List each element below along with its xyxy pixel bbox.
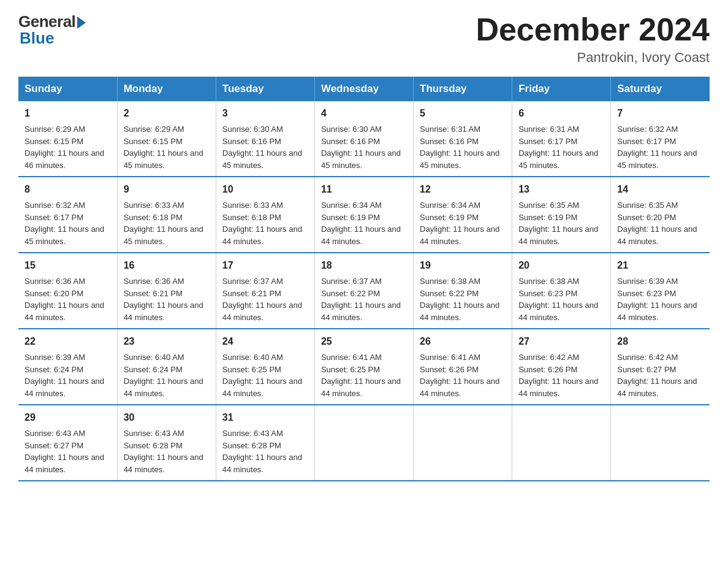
day-info: Sunrise: 6:30 AMSunset: 6:16 PMDaylight:… <box>321 123 407 171</box>
day-info: Sunrise: 6:29 AMSunset: 6:15 PMDaylight:… <box>25 123 111 171</box>
day-number: 10 <box>222 182 308 197</box>
day-number: 23 <box>124 334 210 349</box>
day-cell: 8Sunrise: 6:32 AMSunset: 6:17 PMDaylight… <box>18 177 117 253</box>
day-info: Sunrise: 6:38 AMSunset: 6:22 PMDaylight:… <box>420 275 506 323</box>
day-info: Sunrise: 6:32 AMSunset: 6:17 PMDaylight:… <box>617 123 703 171</box>
day-cell: 17Sunrise: 6:37 AMSunset: 6:21 PMDayligh… <box>216 253 314 329</box>
day-number: 21 <box>617 258 703 273</box>
day-number: 29 <box>25 410 111 425</box>
day-info: Sunrise: 6:31 AMSunset: 6:17 PMDaylight:… <box>518 123 604 171</box>
day-number: 19 <box>420 258 506 273</box>
day-number: 14 <box>617 182 703 197</box>
week-row-2: 8Sunrise: 6:32 AMSunset: 6:17 PMDaylight… <box>18 177 710 253</box>
day-info: Sunrise: 6:42 AMSunset: 6:27 PMDaylight:… <box>617 351 703 399</box>
day-cell: 23Sunrise: 6:40 AMSunset: 6:24 PMDayligh… <box>117 329 216 405</box>
day-cell: 13Sunrise: 6:35 AMSunset: 6:19 PMDayligh… <box>512 177 611 253</box>
day-info: Sunrise: 6:40 AMSunset: 6:25 PMDaylight:… <box>222 351 308 399</box>
day-info: Sunrise: 6:40 AMSunset: 6:24 PMDaylight:… <box>124 351 210 399</box>
calendar-table: SundayMondayTuesdayWednesdayThursdayFrid… <box>18 77 710 481</box>
day-number: 20 <box>518 258 604 273</box>
day-info: Sunrise: 6:32 AMSunset: 6:17 PMDaylight:… <box>25 199 111 247</box>
day-info: Sunrise: 6:43 AMSunset: 6:28 PMDaylight:… <box>222 427 308 475</box>
logo-arrow-icon <box>77 17 86 29</box>
day-number: 17 <box>222 258 308 273</box>
day-info: Sunrise: 6:35 AMSunset: 6:20 PMDaylight:… <box>617 199 703 247</box>
day-number: 13 <box>518 182 604 197</box>
day-number: 15 <box>25 258 111 273</box>
day-info: Sunrise: 6:39 AMSunset: 6:24 PMDaylight:… <box>25 351 111 399</box>
day-info: Sunrise: 6:33 AMSunset: 6:18 PMDaylight:… <box>222 199 308 247</box>
day-number: 11 <box>321 182 407 197</box>
day-cell: 4Sunrise: 6:30 AMSunset: 6:16 PMDaylight… <box>314 101 413 177</box>
day-info: Sunrise: 6:39 AMSunset: 6:23 PMDaylight:… <box>617 275 703 323</box>
day-number: 16 <box>124 258 210 273</box>
day-cell: 14Sunrise: 6:35 AMSunset: 6:20 PMDayligh… <box>611 177 710 253</box>
month-title: December 2024 <box>476 12 710 47</box>
day-cell: 2Sunrise: 6:29 AMSunset: 6:15 PMDaylight… <box>117 101 216 177</box>
day-cell: 21Sunrise: 6:39 AMSunset: 6:23 PMDayligh… <box>611 253 710 329</box>
day-number: 27 <box>518 334 604 349</box>
day-cell: 28Sunrise: 6:42 AMSunset: 6:27 PMDayligh… <box>611 329 710 405</box>
day-info: Sunrise: 6:33 AMSunset: 6:18 PMDaylight:… <box>124 199 210 247</box>
day-cell: 11Sunrise: 6:34 AMSunset: 6:19 PMDayligh… <box>314 177 413 253</box>
day-number: 5 <box>420 106 506 121</box>
logo-blue-text: Blue <box>20 29 54 48</box>
weekday-header-row: SundayMondayTuesdayWednesdayThursdayFrid… <box>18 77 710 101</box>
day-cell: 26Sunrise: 6:41 AMSunset: 6:26 PMDayligh… <box>414 329 512 405</box>
day-info: Sunrise: 6:34 AMSunset: 6:19 PMDaylight:… <box>420 199 506 247</box>
day-info: Sunrise: 6:34 AMSunset: 6:19 PMDaylight:… <box>321 199 407 247</box>
weekday-header-thursday: Thursday <box>414 77 512 101</box>
day-cell: 6Sunrise: 6:31 AMSunset: 6:17 PMDaylight… <box>512 101 611 177</box>
day-info: Sunrise: 6:30 AMSunset: 6:16 PMDaylight:… <box>222 123 308 171</box>
day-info: Sunrise: 6:35 AMSunset: 6:19 PMDaylight:… <box>518 199 604 247</box>
day-cell: 7Sunrise: 6:32 AMSunset: 6:17 PMDaylight… <box>611 101 710 177</box>
day-cell: 24Sunrise: 6:40 AMSunset: 6:25 PMDayligh… <box>216 329 314 405</box>
day-cell: 18Sunrise: 6:37 AMSunset: 6:22 PMDayligh… <box>314 253 413 329</box>
day-number: 7 <box>617 106 703 121</box>
day-cell: 15Sunrise: 6:36 AMSunset: 6:20 PMDayligh… <box>18 253 117 329</box>
day-cell: 5Sunrise: 6:31 AMSunset: 6:16 PMDaylight… <box>414 101 512 177</box>
day-cell <box>512 405 611 481</box>
day-cell: 16Sunrise: 6:36 AMSunset: 6:21 PMDayligh… <box>117 253 216 329</box>
day-cell <box>314 405 413 481</box>
weekday-header-tuesday: Tuesday <box>216 77 314 101</box>
day-number: 28 <box>617 334 703 349</box>
day-cell: 27Sunrise: 6:42 AMSunset: 6:26 PMDayligh… <box>512 329 611 405</box>
day-number: 2 <box>124 106 210 121</box>
day-cell: 19Sunrise: 6:38 AMSunset: 6:22 PMDayligh… <box>414 253 512 329</box>
day-info: Sunrise: 6:43 AMSunset: 6:27 PMDaylight:… <box>25 427 111 475</box>
day-number: 18 <box>321 258 407 273</box>
week-row-3: 15Sunrise: 6:36 AMSunset: 6:20 PMDayligh… <box>18 253 710 329</box>
day-number: 6 <box>518 106 604 121</box>
day-cell: 1Sunrise: 6:29 AMSunset: 6:15 PMDaylight… <box>18 101 117 177</box>
day-number: 25 <box>321 334 407 349</box>
day-cell: 10Sunrise: 6:33 AMSunset: 6:18 PMDayligh… <box>216 177 314 253</box>
day-number: 30 <box>124 410 210 425</box>
day-cell <box>414 405 512 481</box>
day-info: Sunrise: 6:36 AMSunset: 6:20 PMDaylight:… <box>25 275 111 323</box>
day-cell: 29Sunrise: 6:43 AMSunset: 6:27 PMDayligh… <box>18 405 117 481</box>
week-row-5: 29Sunrise: 6:43 AMSunset: 6:27 PMDayligh… <box>18 405 710 481</box>
day-cell: 31Sunrise: 6:43 AMSunset: 6:28 PMDayligh… <box>216 405 314 481</box>
weekday-header-friday: Friday <box>512 77 611 101</box>
day-number: 12 <box>420 182 506 197</box>
day-number: 1 <box>25 106 111 121</box>
day-info: Sunrise: 6:29 AMSunset: 6:15 PMDaylight:… <box>124 123 210 171</box>
page-header: General Blue December 2024 Pantrokin, Iv… <box>18 12 710 66</box>
day-cell: 12Sunrise: 6:34 AMSunset: 6:19 PMDayligh… <box>414 177 512 253</box>
day-cell: 20Sunrise: 6:38 AMSunset: 6:23 PMDayligh… <box>512 253 611 329</box>
logo: General Blue <box>18 12 86 48</box>
day-cell: 30Sunrise: 6:43 AMSunset: 6:28 PMDayligh… <box>117 405 216 481</box>
day-cell: 22Sunrise: 6:39 AMSunset: 6:24 PMDayligh… <box>18 329 117 405</box>
day-number: 4 <box>321 106 407 121</box>
day-cell: 9Sunrise: 6:33 AMSunset: 6:18 PMDaylight… <box>117 177 216 253</box>
day-cell: 3Sunrise: 6:30 AMSunset: 6:16 PMDaylight… <box>216 101 314 177</box>
day-number: 22 <box>25 334 111 349</box>
day-info: Sunrise: 6:42 AMSunset: 6:26 PMDaylight:… <box>518 351 604 399</box>
weekday-header-wednesday: Wednesday <box>314 77 413 101</box>
day-info: Sunrise: 6:41 AMSunset: 6:25 PMDaylight:… <box>321 351 407 399</box>
day-info: Sunrise: 6:36 AMSunset: 6:21 PMDaylight:… <box>124 275 210 323</box>
week-row-1: 1Sunrise: 6:29 AMSunset: 6:15 PMDaylight… <box>18 101 710 177</box>
day-number: 9 <box>124 182 210 197</box>
week-row-4: 22Sunrise: 6:39 AMSunset: 6:24 PMDayligh… <box>18 329 710 405</box>
